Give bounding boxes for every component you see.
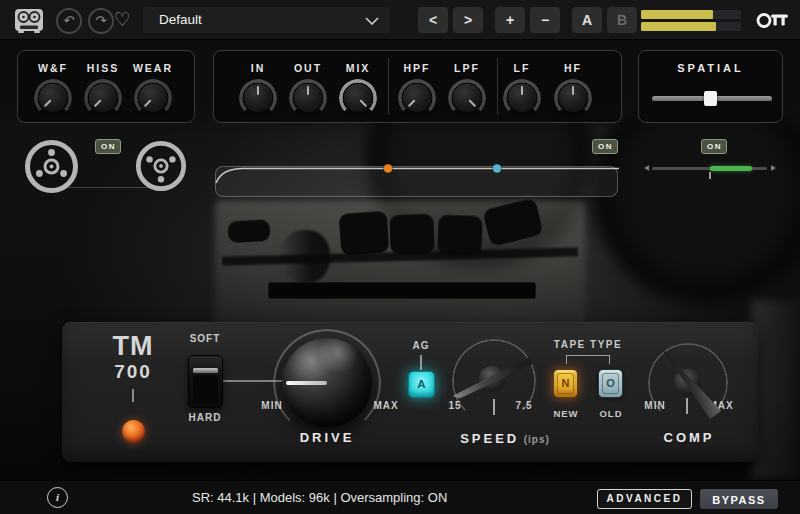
wear-knob[interactable]: WEAR: [131, 62, 175, 112]
tape-machine-logo-icon: [14, 7, 44, 34]
undo-icon: ↶: [64, 13, 75, 28]
hpf-knob[interactable]: HPF: [395, 62, 439, 112]
model-name-line2: 700: [103, 361, 163, 383]
meter-fill-left: [641, 10, 713, 19]
right-reel-icon: [135, 140, 187, 192]
redo-icon: ↷: [96, 13, 107, 28]
new-label: NEW: [551, 408, 581, 419]
chevron-down-icon: [365, 17, 379, 25]
header-bar: ↶ ↷ ♡ Default < > + − A B: [0, 0, 800, 40]
hard-label: HARD: [183, 412, 227, 423]
hpf-dot[interactable]: [384, 164, 393, 173]
knob-label: IN: [236, 62, 280, 75]
tape-type-new-button[interactable]: N: [553, 369, 578, 398]
knob-label: HISS: [81, 62, 125, 75]
knob-label: HF: [551, 62, 595, 75]
advanced-button[interactable]: ADVANCED: [597, 489, 692, 509]
model-name-line1: TM: [103, 331, 163, 362]
soft-label: SOFT: [183, 333, 227, 344]
panel-divider: [497, 58, 498, 115]
left-reel-icon: [24, 139, 79, 194]
knob-label: WEAR: [131, 62, 175, 75]
filter-on-badge[interactable]: ON: [592, 139, 618, 154]
tape-type-bracket: [566, 355, 610, 356]
bypass-button[interactable]: BYPASS: [700, 489, 778, 509]
plugin-window: ↶ ↷ ♡ Default < > + − A B: [0, 0, 800, 514]
drive-min-label: MIN: [257, 400, 287, 411]
ag-stem: [420, 355, 422, 370]
reels-on-badge[interactable]: ON: [95, 139, 121, 154]
info-icon: i: [56, 491, 59, 503]
minus-button[interactable]: −: [530, 7, 560, 33]
drive-max-label: MAX: [370, 400, 402, 411]
knob-label: HPF: [395, 62, 439, 75]
ag-label: AG: [406, 340, 436, 351]
favorite-button[interactable]: ♡: [114, 8, 131, 32]
bias-on-badge[interactable]: ON: [701, 139, 727, 154]
redo-button[interactable]: ↷: [88, 8, 114, 34]
speed-left-label: 15: [442, 400, 468, 411]
speed-center-tick: [493, 399, 495, 415]
lpf-knob[interactable]: LPF: [445, 62, 489, 112]
mix-knob[interactable]: MIX: [336, 62, 380, 112]
plus-button[interactable]: +: [495, 7, 525, 33]
lamp-stem: [132, 389, 134, 402]
knob-label: W&F: [31, 62, 75, 75]
panel-divider: [388, 58, 389, 115]
status-bar: i SR: 44.1k | Models: 96k | Oversampling…: [0, 480, 800, 514]
variant-b-button[interactable]: B: [607, 7, 637, 33]
output-meter: [641, 10, 741, 31]
switch-lever: [193, 368, 218, 373]
tape-type-old-button[interactable]: O: [598, 369, 623, 398]
ag-button[interactable]: A: [408, 371, 435, 398]
switch-well: [193, 375, 218, 403]
bias-fill: [710, 166, 753, 171]
bias-slider[interactable]: [652, 167, 767, 170]
prev-preset-button[interactable]: <: [418, 7, 448, 33]
preset-name: Default: [159, 12, 202, 27]
variant-a-button[interactable]: A: [572, 7, 602, 33]
bias-right-arrow-icon: [771, 165, 776, 171]
heart-icon: ♡: [114, 9, 131, 30]
comp-center-tick: [686, 398, 688, 414]
hf-knob[interactable]: HF: [551, 62, 595, 112]
next-preset-button[interactable]: >: [453, 7, 483, 33]
drive-knob[interactable]: [282, 338, 372, 428]
drive-label: DRIVE: [294, 430, 360, 445]
knob-label: LPF: [445, 62, 489, 75]
comp-label: COMP: [654, 430, 724, 445]
knob-label: LF: [500, 62, 544, 75]
soft-hard-switch[interactable]: [188, 355, 223, 408]
out-knob[interactable]: OUT: [286, 62, 330, 112]
preset-selector[interactable]: Default: [143, 7, 390, 33]
wf-knob[interactable]: W&F: [31, 62, 75, 112]
hiss-knob[interactable]: HISS: [81, 62, 125, 112]
bias-center-tick: [709, 172, 711, 179]
knob-label: OUT: [286, 62, 330, 75]
bias-left-arrow-icon: [644, 165, 649, 171]
old-label: OLD: [596, 408, 626, 419]
status-text: SR: 44.1k | Models: 96k | Oversampling: …: [192, 481, 447, 514]
spatial-panel: [638, 50, 783, 123]
speed-label-text: SPEED: [460, 431, 519, 446]
speed-label: SPEED (ips): [440, 429, 570, 447]
spatial-label: SPATIAL: [638, 62, 783, 74]
tape-type-bracket: [609, 355, 610, 364]
in-knob[interactable]: IN: [236, 62, 280, 112]
knob-label: MIX: [336, 62, 380, 75]
meter-fill-right: [641, 22, 716, 31]
spatial-slider-thumb[interactable]: [704, 91, 717, 106]
spatial-slider[interactable]: [652, 96, 772, 101]
lpf-dot[interactable]: [493, 164, 502, 173]
info-button[interactable]: i: [47, 487, 68, 508]
speed-unit: (ips): [524, 434, 550, 445]
key-brand-logo-icon: [756, 11, 790, 30]
tape-type-label: TAPE TYPE: [546, 339, 630, 350]
filter-curve: [213, 163, 623, 197]
speed-right-label: 7.5: [508, 400, 540, 411]
tape-type-bracket: [566, 355, 567, 364]
comp-min-label: MIN: [640, 400, 670, 411]
power-lamp: [122, 420, 145, 443]
undo-button[interactable]: ↶: [56, 8, 82, 34]
lf-knob[interactable]: LF: [500, 62, 544, 112]
